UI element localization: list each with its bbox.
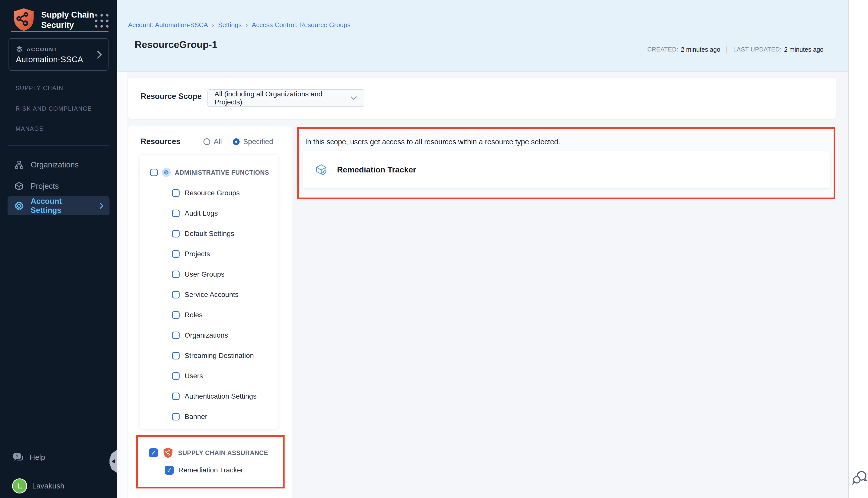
checkbox-remediation-tracker-checked[interactable]: ✓ bbox=[165, 466, 174, 475]
checkbox-streaming-destination[interactable] bbox=[172, 352, 180, 359]
app-title: Supply Chain Security bbox=[41, 10, 99, 30]
selected-resource-name: Remediation Tracker bbox=[337, 165, 416, 174]
checkbox-administrative-functions[interactable] bbox=[150, 169, 158, 176]
item-label: Users bbox=[185, 372, 203, 380]
checkbox-audit-logs[interactable] bbox=[172, 210, 180, 217]
user-menu[interactable]: L Lavakush bbox=[8, 477, 93, 495]
resource-item-row[interactable]: Users bbox=[140, 366, 278, 386]
checkbox-default-settings[interactable] bbox=[172, 230, 180, 237]
radio-specified-label: Specified bbox=[243, 137, 273, 146]
radio-specified[interactable]: Specified bbox=[233, 137, 273, 146]
created-label: CREATED: bbox=[647, 46, 678, 53]
radio-all-circle[interactable] bbox=[204, 138, 210, 145]
resources-mode-radios: All Specified bbox=[204, 137, 273, 146]
checkbox-user-groups[interactable] bbox=[172, 271, 180, 278]
resource-scope-select[interactable]: All (including all Organizations and Pro… bbox=[207, 89, 364, 107]
account-label: ACCOUNT bbox=[27, 47, 57, 52]
scrollbar-gutter[interactable] bbox=[848, 0, 868, 498]
sidebar-item-account-settings[interactable]: Account Settings bbox=[8, 196, 109, 215]
help-button[interactable]: ? Help bbox=[8, 450, 83, 465]
item-label: Projects bbox=[185, 250, 210, 258]
radio-specified-circle[interactable] bbox=[233, 138, 239, 145]
resource-item-row[interactable]: Banner bbox=[140, 406, 278, 427]
supply-chain-assurance-shield-icon bbox=[163, 447, 173, 459]
account-name: Automation-SSCA bbox=[16, 55, 83, 64]
sidebar-item-label: Account Settings bbox=[31, 197, 93, 215]
sidebar-section-manage[interactable]: MANAGE bbox=[16, 126, 44, 132]
sidebar-item-label: Organizations bbox=[31, 160, 79, 169]
checkbox-banner[interactable] bbox=[172, 413, 180, 420]
resources-title: Resources bbox=[141, 137, 181, 146]
admin-functions-badge bbox=[162, 168, 171, 177]
chevron-down-icon bbox=[351, 96, 357, 100]
resource-scope-label: Resource Scope bbox=[141, 92, 202, 101]
resource-item-row[interactable]: Authentication Settings bbox=[140, 386, 278, 406]
checkbox-organizations[interactable] bbox=[172, 331, 180, 339]
item-label: Service Accounts bbox=[185, 291, 238, 299]
resource-item-row[interactable]: ✓ Remediation Tracker bbox=[165, 466, 243, 475]
sidebar-item-projects[interactable]: Projects bbox=[8, 176, 109, 196]
item-label: Streaming Destination bbox=[185, 352, 254, 360]
resource-item-row[interactable]: Service Accounts bbox=[140, 284, 278, 305]
supply-chain-assurance-card-highlighted: ✓ SUPPLY CHAIN ASSURANCE ✓ Remediation T… bbox=[137, 435, 285, 488]
chat-bubbles-icon[interactable] bbox=[852, 468, 868, 488]
breadcrumb-resource-groups[interactable]: Access Control: Resource Groups bbox=[252, 21, 351, 29]
breadcrumb-separator: › bbox=[246, 21, 248, 29]
checkbox-supply-chain-assurance-checked[interactable]: ✓ bbox=[149, 448, 158, 457]
sidebar-section-risk-and-compliance[interactable]: RISK AND COMPLIANCE bbox=[16, 105, 92, 112]
supply-chain-security-logo-icon bbox=[12, 7, 36, 32]
item-label: Audit Logs bbox=[185, 209, 218, 218]
resource-item-row[interactable]: Default Settings bbox=[140, 223, 278, 244]
checkbox-authentication-settings[interactable] bbox=[172, 393, 180, 400]
sidebar-divider bbox=[8, 145, 109, 146]
item-label: Authentication Settings bbox=[185, 392, 257, 401]
sca-group-row[interactable]: ✓ SUPPLY CHAIN ASSURANCE bbox=[149, 447, 268, 459]
app-grid-icon[interactable] bbox=[95, 14, 108, 28]
breadcrumb-settings[interactable]: Settings bbox=[218, 21, 242, 29]
checkbox-service-accounts[interactable] bbox=[172, 291, 180, 299]
administrative-functions-card: ADMINISTRATIVE FUNCTIONS Resource Groups… bbox=[140, 155, 278, 429]
resource-item-row[interactable]: User Groups bbox=[140, 264, 278, 284]
scope-info-box-highlighted: In this scope, users get access to all r… bbox=[297, 127, 835, 199]
checkbox-roles[interactable] bbox=[172, 311, 180, 319]
next-group-card-partial bbox=[140, 492, 278, 498]
item-label: User Groups bbox=[185, 270, 224, 278]
resource-item-row[interactable]: Resource Groups bbox=[140, 183, 278, 203]
updated-value: 2 minutes ago bbox=[784, 46, 824, 53]
chevron-right-icon bbox=[97, 50, 102, 59]
item-label: Banner bbox=[185, 412, 207, 421]
resource-item-row[interactable]: Organizations bbox=[140, 325, 278, 345]
help-label: Help bbox=[30, 453, 45, 462]
admin-group-row[interactable]: ADMINISTRATIVE FUNCTIONS bbox=[140, 165, 278, 180]
sidebar-item-label: Projects bbox=[31, 182, 59, 191]
account-selector[interactable]: ACCOUNT Automation-SSCA bbox=[9, 38, 108, 71]
resource-item-row[interactable]: Audit Logs bbox=[140, 203, 278, 223]
gear-icon bbox=[164, 170, 169, 175]
created-value: 2 minutes ago bbox=[681, 46, 720, 53]
updated-label: LAST UPDATED: bbox=[734, 46, 781, 53]
checkbox-projects[interactable] bbox=[172, 250, 180, 258]
breadcrumb: Account: Automation-SSCA › Settings › Ac… bbox=[128, 21, 351, 29]
item-label: Remediation Tracker bbox=[178, 466, 243, 474]
radio-all[interactable]: All bbox=[204, 137, 222, 146]
resources-panel: Resources All Specified ADMINIST bbox=[128, 126, 292, 498]
resource-item-row[interactable]: Streaming Destination bbox=[140, 345, 278, 366]
breadcrumb-account[interactable]: Account: Automation-SSCA bbox=[128, 21, 208, 29]
content-left-gutter bbox=[117, 72, 127, 498]
page-title: ResourceGroup-1 bbox=[134, 39, 217, 50]
selected-resource-card: Remediation Tracker bbox=[303, 152, 830, 188]
layers-icon bbox=[16, 45, 23, 53]
resource-item-row[interactable]: Projects bbox=[140, 244, 278, 264]
help-chat-icon: ? bbox=[13, 452, 24, 463]
checkbox-users[interactable] bbox=[172, 372, 180, 380]
page-header: Account: Automation-SSCA › Settings › Ac… bbox=[117, 0, 848, 71]
sidebar-item-organizations[interactable]: Organizations bbox=[8, 155, 109, 175]
admin-group-label: ADMINISTRATIVE FUNCTIONS bbox=[175, 169, 269, 176]
brand-accent-line bbox=[11, 31, 108, 32]
checkbox-resource-groups[interactable] bbox=[172, 189, 180, 197]
radio-all-label: All bbox=[214, 137, 222, 146]
meta-divider: | bbox=[726, 45, 728, 54]
collapse-left-arrow-icon bbox=[112, 459, 115, 463]
sidebar-section-supply-chain[interactable]: SUPPLY CHAIN bbox=[16, 85, 64, 92]
resource-item-row[interactable]: Roles bbox=[140, 305, 278, 325]
